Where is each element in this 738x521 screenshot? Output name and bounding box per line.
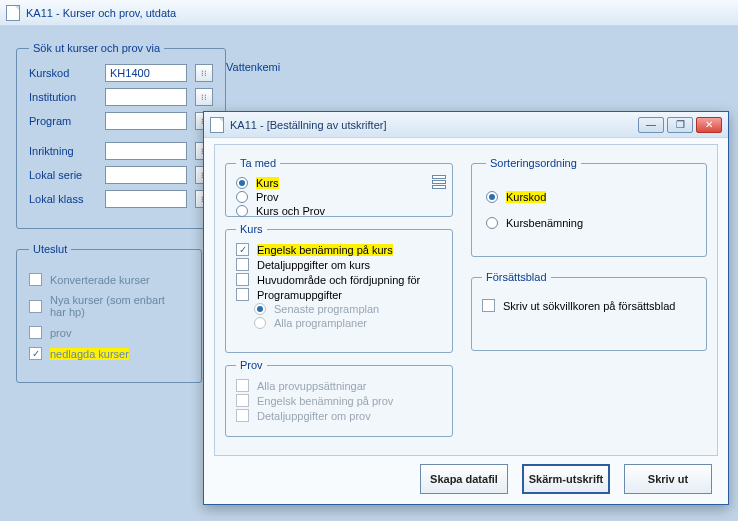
allaprov-label: Alla provuppsättningar <box>257 380 366 392</box>
exclude-legend: Uteslut <box>29 243 71 255</box>
inriktning-input[interactable] <box>105 142 187 160</box>
sort-kursben-label: Kursbenämning <box>506 217 583 229</box>
institution-lookup-button[interactable]: ⁝⁝ <box>195 88 213 106</box>
cover-label: Skriv ut sökvillkoren på försättsblad <box>503 300 675 312</box>
prov-label: prov <box>50 327 71 339</box>
programuppg-label: Programuppgifter <box>257 289 342 301</box>
inriktning-label: Inriktning <box>29 145 97 157</box>
detaljprov-checkbox <box>236 409 249 422</box>
nya-checkbox[interactable] <box>29 300 42 313</box>
kurskod-lookup-button[interactable]: ⁝⁝ <box>195 64 213 82</box>
dialog-titlebar[interactable]: KA11 - [Beställning av utskrifter] — ❐ ✕ <box>204 112 728 138</box>
tamed-kursochprov-radio[interactable] <box>236 205 248 217</box>
prov-checkbox[interactable] <box>29 326 42 339</box>
dialog-title: KA11 - [Beställning av utskrifter] <box>230 119 387 131</box>
skriv-label: Skriv ut <box>648 473 688 485</box>
sort-group: Sorteringsordning Kurskod Kursbenämning <box>471 157 707 257</box>
kurs-legend: Kurs <box>236 223 267 235</box>
search-legend: Sök ut kurser och prov via <box>29 42 164 54</box>
sort-kurskod-radio[interactable] <box>486 191 498 203</box>
tamed-kurs-radio[interactable] <box>236 177 248 189</box>
engelskprov-label: Engelsk benämning på prov <box>257 395 393 407</box>
lokal-klass-label: Lokal klass <box>29 193 97 205</box>
tamed-group: Ta med Kurs Prov Kurs och Prov <box>225 157 453 217</box>
detalj-checkbox[interactable] <box>236 258 249 271</box>
detalj-label: Detaljuppgifter om kurs <box>257 259 370 271</box>
dialog-body: Ta med Kurs Prov Kurs och Prov Kurs <box>214 144 718 456</box>
skriv-ut-button[interactable]: Skriv ut <box>624 464 712 494</box>
allaprov-checkbox <box>236 379 249 392</box>
kurskod-label: Kurskod <box>29 67 97 79</box>
program-label: Program <box>29 115 97 127</box>
maximize-button[interactable]: ❐ <box>667 117 693 133</box>
tamed-kurs-label: Kurs <box>256 177 279 189</box>
nedlagda-checkbox[interactable] <box>29 347 42 360</box>
detaljprov-label: Detaljuppgifter om prov <box>257 410 371 422</box>
konverterade-checkbox[interactable] <box>29 273 42 286</box>
main-window-titlebar: KA11 - Kurser och prov, utdata <box>0 0 738 26</box>
course-name-readout: Vattenkemi <box>226 61 280 73</box>
document-icon <box>6 5 20 21</box>
tamed-prov-radio[interactable] <box>236 191 248 203</box>
senaste-radio <box>254 303 266 315</box>
skarm-label: Skärm-utskrift <box>529 473 604 485</box>
close-button[interactable]: ✕ <box>696 117 722 133</box>
kurs-group: Kurs Engelsk benämning på kurs Detaljupp… <box>225 223 453 353</box>
engelsk-label: Engelsk benämning på kurs <box>257 244 393 256</box>
minimize-button[interactable]: — <box>638 117 664 133</box>
nedlagda-label: nedlagda kurser <box>50 348 129 360</box>
lokal-klass-input[interactable] <box>105 190 187 208</box>
sort-kursben-radio[interactable] <box>486 217 498 229</box>
alla-label: Alla programplaner <box>274 317 367 329</box>
alla-radio <box>254 317 266 329</box>
programuppg-checkbox[interactable] <box>236 288 249 301</box>
nya-label: Nya kurser (som enbart har hp) <box>50 294 170 318</box>
prov-group: Prov Alla provuppsättningar Engelsk benä… <box>225 359 453 437</box>
cover-legend: Försättsblad <box>482 271 551 283</box>
huvud-label: Huvudområde och fördjupning för <box>257 274 420 286</box>
cover-group: Försättsblad Skriv ut sökvillkoren på fö… <box>471 271 707 351</box>
exclude-group: Uteslut Konverterade kurser Nya kurser (… <box>16 243 202 383</box>
lokal-serie-label: Lokal serie <box>29 169 97 181</box>
institution-input[interactable] <box>105 88 187 106</box>
tamed-legend: Ta med <box>236 157 280 169</box>
tamed-prov-label: Prov <box>256 191 279 203</box>
document-icon <box>210 117 224 133</box>
prov-legend: Prov <box>236 359 267 371</box>
program-input[interactable] <box>105 112 187 130</box>
engelsk-checkbox[interactable] <box>236 243 249 256</box>
sort-legend: Sorteringsordning <box>486 157 581 169</box>
tamed-kursochprov-label: Kurs och Prov <box>256 205 325 217</box>
skapa-datafil-button[interactable]: Skapa datafil <box>420 464 508 494</box>
institution-label: Institution <box>29 91 97 103</box>
senaste-label: Senaste programplan <box>274 303 379 315</box>
client-area: Sök ut kurser och prov via Kurskod ⁝⁝ In… <box>0 26 738 521</box>
sort-stack-icon <box>432 175 446 189</box>
kurskod-input[interactable] <box>105 64 187 82</box>
konverterade-label: Konverterade kurser <box>50 274 150 286</box>
search-group: Sök ut kurser och prov via Kurskod ⁝⁝ In… <box>16 42 226 229</box>
huvud-checkbox[interactable] <box>236 273 249 286</box>
cover-checkbox[interactable] <box>482 299 495 312</box>
skapa-label: Skapa datafil <box>430 473 498 485</box>
skarm-utskrift-button[interactable]: Skärm-utskrift <box>522 464 610 494</box>
sort-kurskod-label: Kurskod <box>506 191 546 203</box>
window-title: KA11 - Kurser och prov, utdata <box>26 7 176 19</box>
lokal-serie-input[interactable] <box>105 166 187 184</box>
engelskprov-checkbox <box>236 394 249 407</box>
print-order-dialog: KA11 - [Beställning av utskrifter] — ❐ ✕… <box>203 111 729 505</box>
